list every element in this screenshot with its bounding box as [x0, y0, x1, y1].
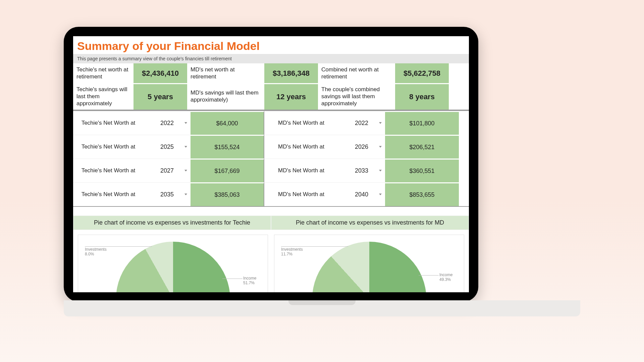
techie-row-label: Techie's Net Worth at: [73, 182, 144, 206]
pie-graphic: [116, 242, 230, 292]
kpi-label-techie-years: Techie's savings will last them approxim…: [73, 83, 133, 110]
techie-amount-cell: $385,063: [191, 182, 264, 206]
techie-row-label: Techie's Net Worth at: [73, 111, 144, 135]
md-year-dropdown[interactable]: 2033: [338, 159, 385, 182]
techie-year-dropdown[interactable]: 2025: [144, 135, 191, 159]
laptop-bezel: Summary of your Financial Model This pag…: [64, 27, 478, 302]
kpi-value-combined-years: 8 years: [395, 83, 449, 110]
techie-year-dropdown[interactable]: 2027: [144, 159, 191, 182]
kpi-label-combined-years: The couple's combined savings will last …: [318, 83, 395, 110]
kpi-value-techie-networth: $2,436,410: [133, 63, 187, 83]
chart-header-row: Pie chart of income vs expenses vs inves…: [73, 216, 469, 230]
laptop-notch: [288, 300, 356, 305]
leader-line: [419, 275, 439, 276]
md-row-label: MD's Net Worth at: [264, 159, 338, 182]
kpi-label-techie-networth: Techie's net worth at retirement: [73, 63, 133, 83]
pie-label-income: Income 51.7%: [243, 276, 256, 285]
techie-row-label: Techie's Net Worth at: [73, 159, 144, 182]
laptop-mockup: Summary of your Financial Model This pag…: [64, 27, 580, 316]
techie-amount-cell: $167,669: [191, 159, 264, 182]
kpi-value-techie-years: 5 years: [133, 83, 187, 110]
leader-line: [281, 246, 348, 247]
techie-row-label: Techie's Net Worth at: [73, 135, 144, 159]
net-worth-lookup-table: Techie's Net Worth at 2022 $64,000 MD's …: [73, 110, 469, 207]
pie-chart-techie: Investments 8.0% Expense 40.2% Income 51…: [78, 235, 268, 292]
techie-year-dropdown[interactable]: 2022: [144, 111, 191, 135]
kpi-summary: Techie's net worth at retirement $2,436,…: [73, 63, 469, 110]
kpi-label-combined-networth: Combined net worth at retirement: [318, 63, 395, 83]
page-title: Summary of your Financial Model: [73, 36, 469, 54]
kpi-value-md-networth: $3,186,348: [264, 63, 318, 83]
techie-amount-cell: $64,000: [191, 111, 264, 135]
laptop-base: [64, 300, 580, 316]
kpi-value-md-years: 12 years: [264, 83, 318, 110]
techie-year-dropdown[interactable]: 2035: [144, 182, 191, 206]
laptop-screen: Summary of your Financial Model This pag…: [73, 36, 469, 292]
md-row-label: MD's Net Worth at: [264, 111, 338, 135]
spreadsheet: Summary of your Financial Model This pag…: [73, 36, 469, 292]
md-year-dropdown[interactable]: 2026: [338, 135, 385, 159]
chart-row: Investments 8.0% Expense 40.2% Income 51…: [73, 230, 469, 292]
md-row-label: MD's Net Worth at: [264, 182, 338, 206]
md-amount-cell: $101,800: [385, 111, 459, 135]
kpi-label-md-networth: MD's net worth at retirement: [187, 63, 264, 83]
chart-title-techie: Pie chart of income vs expenses vs inves…: [73, 216, 271, 230]
md-year-dropdown[interactable]: 2022: [338, 111, 385, 135]
pie-chart-md: Investments 11.7% Expense 39.0% Income 4…: [274, 235, 464, 292]
md-row-label: MD's Net Worth at: [264, 135, 338, 159]
leader-line: [85, 246, 152, 247]
pie-graphic: [312, 242, 426, 292]
kpi-value-combined-networth: $5,622,758: [395, 63, 449, 83]
techie-amount-cell: $155,524: [191, 135, 264, 159]
md-amount-cell: $360,551: [385, 159, 459, 182]
md-amount-cell: $206,521: [385, 135, 459, 159]
pie-label-investments: Investments 11.7%: [281, 247, 303, 256]
md-amount-cell: $853,655: [385, 182, 459, 206]
leader-line: [222, 279, 243, 279]
kpi-label-md-years: MD's savings will last them approximatel…: [187, 83, 264, 110]
md-year-dropdown[interactable]: 2040: [338, 182, 385, 206]
pie-label-income: Income 49.3%: [439, 273, 452, 282]
pie-label-investments: Investments 8.0%: [85, 247, 107, 256]
chart-title-md: Pie chart of income vs expenses vs inves…: [271, 216, 469, 230]
page-subtitle: This page presents a summary view of the…: [73, 54, 469, 63]
